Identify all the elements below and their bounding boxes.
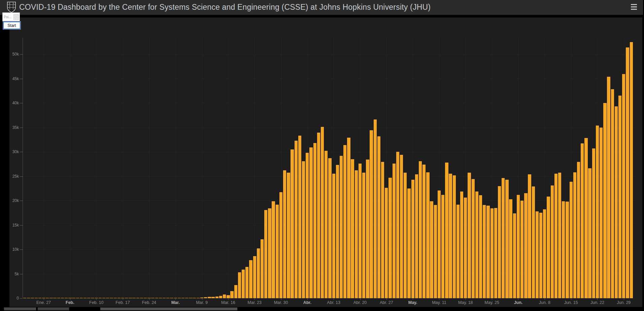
bar[interactable] [61, 298, 64, 299]
bar[interactable] [72, 298, 75, 299]
bar[interactable] [592, 148, 595, 298]
bar[interactable] [505, 180, 508, 298]
bar[interactable] [283, 170, 286, 298]
bar[interactable] [502, 178, 505, 298]
bar[interactable] [351, 159, 354, 298]
bar[interactable] [76, 298, 79, 299]
bar[interactable] [472, 179, 475, 298]
bar[interactable] [53, 298, 56, 299]
bar[interactable] [536, 211, 539, 298]
bar[interactable] [603, 103, 606, 298]
bar[interactable] [102, 298, 105, 299]
bar[interactable] [110, 298, 113, 299]
bar[interactable] [494, 208, 497, 298]
bar[interactable] [279, 192, 282, 298]
bar[interactable] [125, 298, 128, 299]
bar[interactable] [95, 298, 98, 299]
bar[interactable] [163, 298, 166, 299]
bar[interactable] [106, 298, 109, 299]
bar[interactable] [464, 198, 467, 298]
bar[interactable] [441, 195, 444, 298]
bar[interactable] [456, 205, 460, 298]
bar[interactable] [438, 191, 441, 298]
bar[interactable] [630, 42, 633, 298]
bar[interactable] [91, 298, 94, 299]
bar[interactable] [570, 182, 573, 299]
bar[interactable] [234, 285, 237, 298]
bar[interactable] [509, 199, 512, 298]
bar[interactable] [313, 143, 316, 298]
bar[interactable] [83, 298, 87, 299]
bar[interactable] [618, 96, 621, 298]
bar[interactable] [336, 165, 339, 298]
bar[interactable] [551, 185, 554, 298]
bar[interactable] [298, 136, 301, 298]
bar[interactable] [362, 173, 365, 298]
start-button[interactable]: Start [3, 21, 21, 30]
bar[interactable] [445, 163, 448, 298]
bar[interactable] [490, 208, 494, 298]
bar[interactable] [317, 133, 320, 298]
bar[interactable] [415, 174, 418, 298]
bar[interactable] [31, 298, 34, 299]
bar[interactable] [121, 298, 124, 299]
bar[interactable] [245, 267, 248, 298]
bar[interactable] [272, 201, 275, 299]
bar[interactable] [388, 178, 392, 298]
bar[interactable] [513, 213, 516, 298]
bar[interactable] [302, 161, 305, 299]
bar[interactable] [136, 298, 139, 299]
bar[interactable] [276, 205, 279, 298]
bar[interactable] [325, 151, 328, 298]
bar[interactable] [23, 298, 26, 299]
bar[interactable] [87, 298, 90, 299]
bar[interactable] [49, 298, 53, 299]
bar[interactable] [166, 298, 169, 299]
bar[interactable] [359, 164, 362, 298]
bar[interactable] [253, 256, 256, 298]
bar[interactable] [626, 47, 629, 298]
bar[interactable] [332, 174, 335, 298]
bar[interactable] [38, 298, 41, 299]
bar[interactable] [287, 173, 290, 298]
bar[interactable] [434, 205, 437, 298]
bar[interactable] [200, 298, 203, 298]
bar[interactable] [159, 298, 162, 299]
bar[interactable] [238, 272, 241, 298]
bar[interactable] [35, 298, 38, 299]
bar[interactable] [355, 170, 358, 298]
bar[interactable] [524, 193, 527, 298]
bar[interactable] [520, 201, 523, 298]
bar[interactable] [99, 298, 102, 299]
bar[interactable] [498, 186, 501, 299]
bar[interactable] [230, 291, 233, 298]
bar[interactable] [249, 260, 252, 298]
bar[interactable] [223, 295, 226, 298]
bar[interactable] [261, 239, 264, 299]
bar[interactable] [611, 89, 614, 298]
bar[interactable] [204, 297, 207, 298]
bar[interactable] [517, 195, 520, 298]
taskbar-button[interactable] [4, 308, 36, 310]
bar[interactable] [600, 128, 603, 299]
taskbar-window-bar[interactable] [100, 308, 237, 310]
bar[interactable] [422, 165, 426, 298]
bar[interactable] [42, 298, 45, 299]
bar[interactable] [295, 141, 298, 298]
bar[interactable] [132, 298, 135, 299]
bar[interactable] [396, 152, 399, 298]
bar[interactable] [309, 147, 312, 298]
bar[interactable] [475, 192, 478, 299]
bar[interactable] [140, 298, 143, 299]
bar[interactable] [577, 162, 580, 298]
bar[interactable] [449, 174, 452, 298]
bar[interactable] [215, 297, 218, 298]
bar[interactable] [181, 298, 184, 299]
bar[interactable] [393, 164, 396, 298]
bar[interactable] [57, 298, 60, 299]
bar[interactable] [566, 202, 569, 298]
bar[interactable] [347, 138, 350, 298]
bar[interactable] [46, 298, 49, 299]
bar[interactable] [385, 188, 388, 298]
bar[interactable] [573, 172, 576, 298]
